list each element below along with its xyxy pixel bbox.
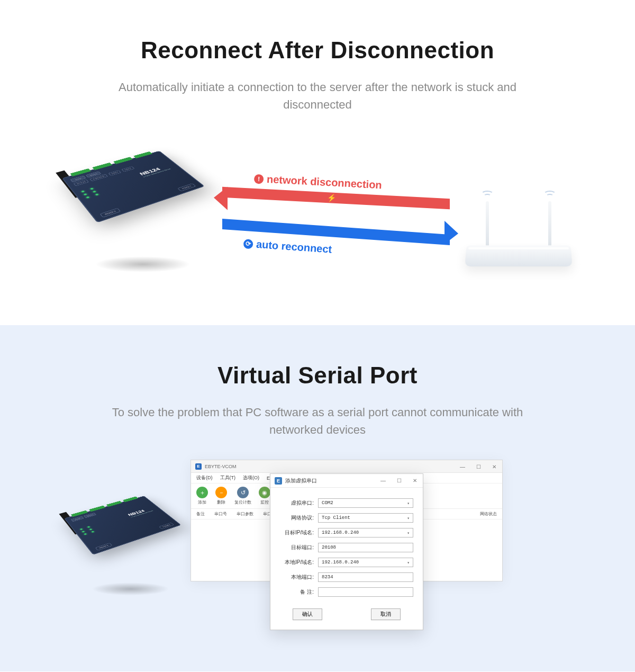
monitor-icon: ◉ (259, 487, 270, 498)
minus-icon: － (215, 487, 227, 498)
field-protocol: 网络协议: Tcp Client▾ (280, 513, 413, 523)
col-port: 串口号 (214, 511, 227, 517)
virtual-port-select[interactable]: COM2▾ (318, 498, 413, 508)
disconnection-label: network disconnection (267, 173, 383, 191)
chevron-down-icon: ▾ (407, 560, 410, 565)
chevron-down-icon: ▾ (407, 531, 410, 535)
plus-icon: ＋ (196, 487, 208, 498)
field-local-port: 本地端口: 8234 (280, 572, 413, 582)
menu-tools[interactable]: 工具(T) (220, 474, 236, 481)
remark-input[interactable] (318, 587, 413, 597)
section2-subtitle: To solve the problem that PC software as… (111, 404, 524, 438)
chevron-down-icon: ▾ (407, 501, 410, 506)
col-params: 串口参数 (237, 511, 253, 517)
app-title: EBYTE-VCOM (205, 464, 237, 469)
chevron-down-icon: ▾ (407, 516, 410, 521)
target-port-input[interactable]: 20108 (318, 543, 413, 552)
target-ip-input[interactable]: 192.168.0.240▾ (318, 528, 413, 537)
ok-button[interactable]: 确认 (293, 608, 322, 620)
section1-subtitle: Automatically initiate a connection to t… (111, 78, 524, 113)
local-port-input[interactable]: 8234 (318, 572, 413, 582)
section-virtual-serial: Virtual Serial Port To solve the problem… (0, 325, 635, 671)
dialog-icon: E (275, 477, 282, 485)
toolbar-delete-button[interactable]: －删除 (215, 487, 227, 505)
reconnect-label: auto reconnect (256, 238, 332, 256)
col-netstatus: 网络状态 (480, 511, 497, 517)
reconnect-arrow: ⟳ auto reconnect (222, 227, 450, 246)
window-maximize-icon[interactable]: ☐ (470, 460, 486, 473)
field-local-ip: 本地IP/域名: 192.168.0.240▾ (280, 558, 413, 567)
serial-device-image: Reload Ethernet 5V DC-IN 8~28V DC-IN POR… (74, 140, 212, 262)
disconnection-arrow: ⚡ ! network disconnection (222, 193, 450, 212)
dialog-title: 添加虚拟串口 (285, 477, 317, 485)
dialog-minimize-icon[interactable]: — (375, 474, 391, 487)
connection-arrows: ⚡ ! network disconnection ⟳ auto reconne… (222, 193, 450, 261)
window-close-icon[interactable]: ✕ (486, 460, 502, 473)
toolbar-reset-button[interactable]: ↺复位计数 (234, 487, 251, 505)
window-minimize-icon[interactable]: — (455, 460, 470, 473)
toolbar-monitor-button[interactable]: ◉监控 (259, 487, 270, 505)
bolt-icon: ⚡ (327, 193, 336, 202)
reconnect-icon: ⟳ (243, 239, 253, 249)
section-reconnect: Reconnect After Disconnection Automatica… (0, 0, 635, 325)
router-image (466, 182, 572, 277)
section1-illustration: Reload Ethernet 5V DC-IN 8~28V DC-IN POR… (58, 135, 577, 293)
field-remark: 备 注: (280, 587, 413, 597)
dialog-close-icon[interactable]: ✕ (407, 474, 423, 487)
reset-icon: ↺ (237, 487, 249, 498)
cancel-button[interactable]: 取消 (371, 608, 401, 620)
toolbar-add-button[interactable]: ＋添加 (196, 487, 208, 505)
alert-icon: ! (254, 174, 264, 184)
menu-options[interactable]: 选项(O) (243, 474, 259, 481)
dialog-maximize-icon[interactable]: ☐ (391, 474, 407, 487)
col-remark: 备注 (196, 511, 205, 517)
menu-device[interactable]: 设备(D) (196, 474, 213, 481)
app-icon: E (195, 463, 202, 470)
local-ip-input[interactable]: 192.168.0.240▾ (318, 558, 413, 567)
add-port-dialog: E 添加虚拟串口 — ☐ ✕ 虚拟串口: COM2▾ 网络协议: Tcp Cli… (270, 473, 423, 630)
section2-title: Virtual Serial Port (32, 362, 603, 389)
field-virtual-port: 虚拟串口: COM2▾ (280, 498, 413, 508)
section1-title: Reconnect After Disconnection (32, 37, 603, 64)
section2-illustration: Reload Ethernet NB124 2 Ports Serial Dev… (79, 460, 556, 640)
dialog-titlebar: E 添加虚拟串口 — ☐ ✕ (270, 474, 423, 488)
field-target-port: 目标端口: 20108 (280, 543, 413, 552)
app-titlebar: E EBYTE-VCOM — ☐ ✕ (191, 460, 502, 473)
field-target-ip: 目标IP/域名: 192.168.0.240▾ (280, 528, 413, 537)
serial-device-image-2: Reload Ethernet NB124 2 Ports Serial Dev… (74, 487, 187, 587)
protocol-select[interactable]: Tcp Client▾ (318, 513, 413, 523)
